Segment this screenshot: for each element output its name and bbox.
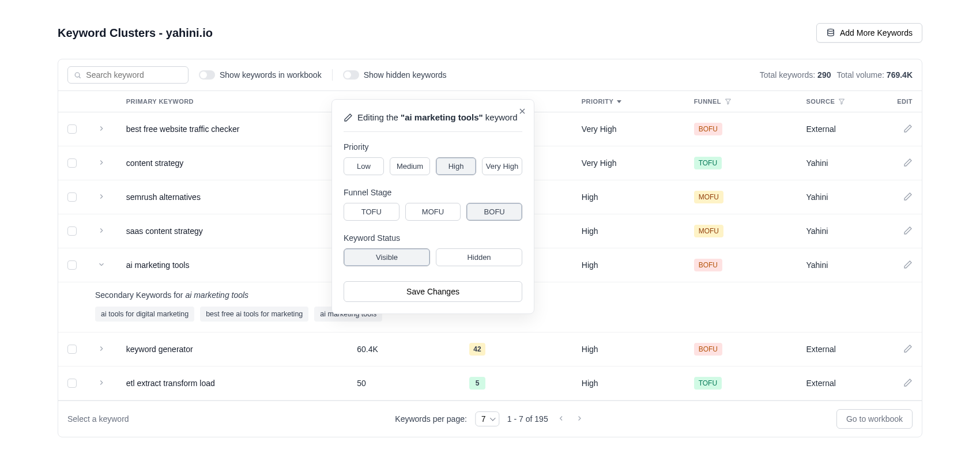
source-cell: External	[797, 112, 884, 146]
column-source[interactable]: SOURCE	[797, 91, 884, 112]
select-a-keyword-label: Select a keyword	[67, 414, 129, 424]
priority-cell: High	[572, 332, 685, 366]
volume-cell: 60.4K	[348, 332, 460, 366]
volume-cell: 50	[348, 366, 460, 400]
pencil-icon	[903, 344, 913, 353]
search-icon	[74, 71, 81, 80]
chevron-down-icon[interactable]	[97, 261, 105, 270]
column-primary-keyword[interactable]: PRIMARY KEYWORD	[117, 91, 348, 112]
column-edit: EDIT	[884, 91, 922, 112]
keyword-cell[interactable]: best free website traffic checker	[126, 124, 240, 134]
row-checkbox[interactable]	[67, 226, 77, 236]
modal-title-prefix: Editing the	[357, 112, 401, 122]
status-section-label: Keyword Status	[344, 233, 522, 243]
priority-option[interactable]: Medium	[390, 157, 430, 175]
chevron-right-icon[interactable]	[97, 227, 105, 236]
funnel-option[interactable]: TOFU	[344, 203, 399, 221]
funnel-section-label: Funnel Stage	[344, 188, 522, 197]
column-priority[interactable]: PRIORITY	[572, 91, 685, 112]
edit-row-button[interactable]	[903, 262, 913, 271]
next-page-button[interactable]	[575, 413, 585, 425]
pagination-range: 1 - 7 of 195	[507, 414, 548, 424]
close-modal-button[interactable]	[518, 107, 527, 118]
status-option[interactable]: Visible	[344, 248, 430, 266]
chevron-right-icon[interactable]	[97, 193, 105, 202]
row-checkbox[interactable]	[67, 158, 77, 168]
priority-section-label: Priority	[344, 142, 522, 152]
search-input[interactable]	[86, 70, 182, 80]
row-checkbox[interactable]	[67, 124, 77, 134]
edit-row-button[interactable]	[903, 380, 913, 389]
total-volume-label: Total volume:	[836, 70, 884, 80]
priority-cell: High	[572, 214, 685, 248]
source-cell: Yahini	[797, 248, 884, 282]
funnel-badge: TOFU	[694, 157, 722, 169]
close-icon	[518, 107, 527, 116]
edit-row-button[interactable]	[903, 228, 913, 237]
table-row: etl extract transform load 50 5 High TOF…	[58, 366, 922, 400]
secondary-keyword-chip[interactable]: best free ai tools for marketing	[200, 307, 308, 322]
modal-title-suffix: keyword	[483, 112, 518, 122]
pencil-icon	[903, 124, 913, 133]
keyword-cell[interactable]: content strategy	[126, 158, 184, 168]
funnel-badge: BOFU	[694, 259, 722, 271]
show-in-workbook-toggle[interactable]	[199, 70, 215, 80]
keyword-cell[interactable]: saas content strategy	[126, 226, 203, 236]
keyword-cell[interactable]: semrush alternatives	[126, 192, 201, 202]
priority-option[interactable]: High	[436, 157, 476, 175]
add-more-keywords-button[interactable]: Add More Keywords	[816, 23, 922, 43]
go-to-workbook-button[interactable]: Go to workbook	[836, 409, 913, 429]
status-option[interactable]: Hidden	[436, 248, 522, 266]
chevron-left-icon	[557, 414, 566, 422]
keyword-cell[interactable]: etl extract transform load	[126, 379, 215, 388]
pencil-icon	[903, 378, 913, 387]
keyword-cell[interactable]: keyword generator	[126, 345, 193, 354]
search-input-wrap[interactable]	[67, 66, 189, 84]
row-checkbox[interactable]	[67, 345, 77, 354]
total-keywords-label: Total keywords:	[760, 70, 815, 80]
chevron-right-icon	[576, 414, 584, 422]
edit-row-button[interactable]	[903, 126, 913, 135]
source-cell: External	[797, 332, 884, 366]
edit-row-button[interactable]	[903, 160, 913, 169]
column-funnel[interactable]: FUNNEL	[685, 91, 797, 112]
total-volume-value: 769.4K	[887, 70, 913, 80]
database-icon	[826, 28, 835, 37]
svg-point-1	[75, 73, 80, 77]
chevron-right-icon[interactable]	[97, 379, 105, 388]
filter-icon	[838, 98, 845, 105]
difficulty-badge: 42	[469, 343, 485, 356]
priority-option[interactable]: Very High	[482, 157, 522, 175]
pencil-icon	[344, 113, 353, 122]
edit-row-button[interactable]	[903, 194, 913, 203]
secondary-keyword-chip[interactable]: ai tools for digital marketing	[95, 307, 194, 322]
show-hidden-toggle[interactable]	[343, 70, 359, 80]
funnel-option[interactable]: MOFU	[405, 203, 461, 221]
row-checkbox[interactable]	[67, 260, 77, 270]
chevron-right-icon[interactable]	[97, 159, 105, 168]
keywords-per-page-select[interactable]: 7	[475, 411, 499, 426]
row-checkbox[interactable]	[67, 379, 77, 388]
table-row: keyword generator 60.4K 42 High BOFU Ext…	[58, 332, 922, 366]
edit-row-button[interactable]	[903, 346, 913, 355]
funnel-option[interactable]: BOFU	[466, 203, 522, 221]
save-changes-button[interactable]: Save Changes	[344, 281, 522, 302]
edit-keyword-modal: Editing the "ai marketing tools" keyword…	[331, 99, 534, 314]
keyword-cell[interactable]: ai marketing tools	[126, 260, 190, 270]
svg-line-2	[79, 76, 80, 77]
priority-option[interactable]: Low	[344, 157, 384, 175]
priority-cell: High	[572, 366, 685, 400]
chevron-right-icon[interactable]	[97, 125, 105, 134]
row-checkbox[interactable]	[67, 192, 77, 202]
chevron-right-icon[interactable]	[97, 345, 105, 354]
priority-cell: High	[572, 248, 685, 282]
funnel-badge: MOFU	[694, 225, 723, 237]
funnel-badge: MOFU	[694, 191, 723, 203]
funnel-badge: TOFU	[694, 377, 722, 390]
prev-page-button[interactable]	[556, 413, 567, 425]
priority-cell: Very High	[572, 146, 685, 180]
source-cell: External	[797, 366, 884, 400]
page-title: Keyword Clusters - yahini.io	[58, 27, 213, 40]
show-in-workbook-label: Show keywords in workbook	[220, 70, 322, 80]
funnel-badge: BOFU	[694, 123, 722, 135]
